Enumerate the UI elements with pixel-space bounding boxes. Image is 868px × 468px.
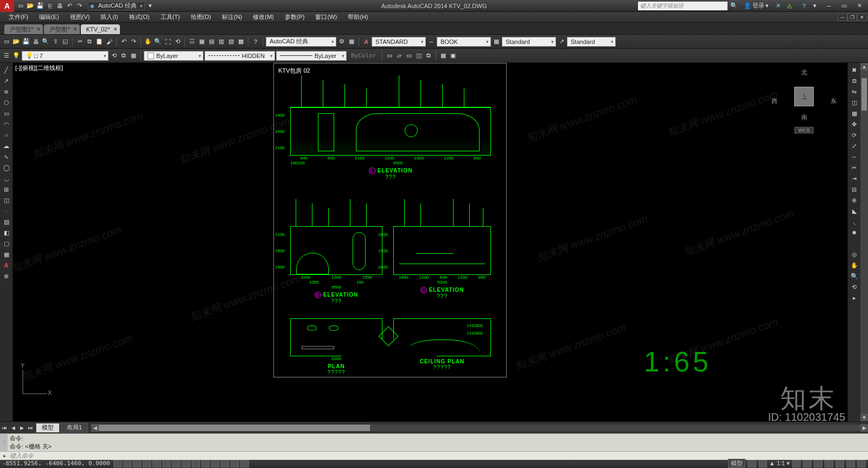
- layer-state-icon[interactable]: ⧉: [119, 52, 128, 60]
- tab-prev-icon[interactable]: ◀: [9, 424, 17, 432]
- viewcube-face[interactable]: 上: [794, 87, 814, 106]
- close-icon[interactable]: ✕: [36, 27, 41, 32]
- navbar-showmotion-icon[interactable]: ▸: [850, 293, 859, 303]
- block-icon[interactable]: ◫: [2, 195, 11, 205]
- save-icon[interactable]: 💾: [36, 2, 44, 10]
- gradient-icon[interactable]: ◧: [2, 228, 11, 238]
- publish-icon[interactable]: ⇪: [51, 37, 60, 46]
- osnap-toggle[interactable]: [152, 460, 161, 467]
- insert-icon[interactable]: ⊞: [2, 184, 11, 194]
- hatch-icon[interactable]: ▨: [2, 217, 11, 227]
- preview-icon[interactable]: 🔍: [41, 37, 50, 46]
- dcenter-icon[interactable]: ▦: [197, 37, 206, 46]
- new-icon[interactable]: ▭: [2, 37, 11, 46]
- zoom-win-icon[interactable]: ⛶: [163, 37, 172, 46]
- wcs-label[interactable]: WCS: [795, 127, 814, 133]
- app-menu-button[interactable]: A: [0, 0, 14, 12]
- stretch-icon[interactable]: ↔: [850, 152, 859, 162]
- doc-minimize-button[interactable]: ─: [838, 14, 847, 21]
- scroll-left-icon[interactable]: ◀: [91, 424, 99, 432]
- close-button[interactable]: ✕: [852, 1, 867, 11]
- view-cube[interactable]: 北 西 东 南 上 WCS: [771, 68, 837, 133]
- exchange-icon[interactable]: ✕: [774, 2, 783, 10]
- doc-restore-button[interactable]: ❐: [847, 14, 857, 21]
- tab-last-icon[interactable]: ⏭: [26, 424, 35, 432]
- snap-toggle[interactable]: [113, 460, 122, 467]
- rotate-icon[interactable]: ⟳: [850, 130, 859, 140]
- text-style-combo[interactable]: STANDARD: [372, 37, 426, 47]
- arc-icon[interactable]: ◠: [2, 119, 11, 129]
- tab-next-icon[interactable]: ▶: [17, 424, 26, 432]
- revcloud-icon[interactable]: ☁: [2, 141, 11, 151]
- scroll-down-icon[interactable]: ▼: [860, 414, 868, 421]
- break-icon[interactable]: ⊟: [850, 184, 859, 194]
- ws-lock-icon[interactable]: ▦: [347, 37, 356, 46]
- zoom-rt-icon[interactable]: 🔍: [154, 37, 162, 46]
- grid-toggle[interactable]: [123, 460, 132, 467]
- 3dosnap-toggle[interactable]: [162, 460, 171, 467]
- command-resize-handle[interactable]: ⋮: [0, 434, 8, 451]
- menu-view[interactable]: 视图(V): [65, 13, 95, 21]
- layer-off-icon[interactable]: 💡: [12, 52, 21, 60]
- quickview-layouts-icon[interactable]: [748, 460, 756, 467]
- menu-file[interactable]: 文件(F): [3, 13, 34, 21]
- model-viewport[interactable]: [-][俯视][二维线框] 知末网 www.znzmo.com 知末网 www.…: [13, 63, 847, 421]
- open-icon[interactable]: 📂: [26, 2, 35, 10]
- qat-more-icon[interactable]: ▾: [146, 2, 155, 10]
- scroll-right-icon[interactable]: ▶: [860, 424, 868, 432]
- redo-icon[interactable]: ↷: [129, 37, 138, 46]
- lwt-toggle[interactable]: [201, 460, 210, 467]
- workspace-switch-icon[interactable]: [814, 460, 822, 467]
- table-icon[interactable]: ▦: [2, 249, 11, 259]
- polar-toggle[interactable]: [143, 460, 151, 467]
- chamfer-icon[interactable]: ◣: [850, 206, 859, 216]
- fillet-icon[interactable]: ◟: [850, 217, 859, 227]
- help-icon[interactable]: ?: [800, 2, 808, 10]
- spline-icon[interactable]: ∿: [2, 152, 11, 162]
- scroll-up-icon[interactable]: ▲: [860, 63, 868, 70]
- ellipsearc-icon[interactable]: ◡: [2, 174, 11, 183]
- mleaderstyle-icon[interactable]: ↗: [557, 37, 566, 46]
- ssm-icon[interactable]: ▥: [217, 37, 226, 46]
- navbar-orbit-icon[interactable]: ⟲: [850, 282, 859, 292]
- tablestyle-icon[interactable]: ▦: [492, 37, 501, 46]
- pline-icon[interactable]: ≋: [2, 87, 11, 97]
- help-dropdown-icon[interactable]: ▾: [810, 2, 819, 10]
- tpy-toggle[interactable]: [211, 460, 220, 467]
- vp-poly-icon[interactable]: ▱: [395, 52, 404, 60]
- am-toggle[interactable]: [240, 460, 249, 467]
- close-icon[interactable]: ✕: [113, 27, 118, 32]
- new-icon[interactable]: ▭: [16, 2, 25, 10]
- circle-icon[interactable]: ○: [2, 130, 11, 140]
- plot-icon[interactable]: 🖶: [31, 37, 40, 46]
- menu-dim[interactable]: 标注(N): [216, 13, 247, 21]
- ws-settings-icon[interactable]: ⚙: [337, 37, 346, 46]
- scale-icon[interactable]: ⤢: [850, 141, 859, 151]
- extend-icon[interactable]: ⇥: [850, 174, 859, 183]
- color-combo[interactable]: ByLayer: [144, 51, 203, 61]
- viewcube-west[interactable]: 西: [771, 97, 777, 105]
- menu-param[interactable]: 参数(P): [279, 13, 310, 21]
- line-icon[interactable]: ╱: [2, 65, 11, 75]
- pan-icon[interactable]: ✋: [144, 37, 152, 46]
- hardware-accel-icon[interactable]: [835, 460, 844, 467]
- save-icon[interactable]: 💾: [22, 37, 30, 46]
- markup-icon[interactable]: ▧: [227, 37, 235, 46]
- scroll-thumb[interactable]: [861, 78, 867, 111]
- close-icon[interactable]: ✕: [73, 27, 78, 32]
- vp-new-icon[interactable]: ▭: [405, 52, 413, 60]
- file-tab[interactable]: 户型图1*✕: [4, 24, 43, 34]
- annotation-scale[interactable]: ▲ 1:1 ▾: [769, 460, 790, 467]
- maximize-button[interactable]: ▭: [837, 1, 852, 11]
- ortho-toggle[interactable]: [133, 460, 142, 467]
- menu-format[interactable]: 格式(O): [124, 13, 155, 21]
- autoscale-icon[interactable]: [803, 460, 812, 467]
- doc-close-button[interactable]: ✕: [857, 14, 867, 21]
- vp-restore-icon[interactable]: ▣: [449, 52, 457, 60]
- layout1-tab[interactable]: 布局1: [61, 423, 88, 433]
- search-go-icon[interactable]: 🔍: [730, 2, 738, 10]
- toolpalette-icon[interactable]: ▤: [207, 37, 216, 46]
- move-icon[interactable]: ✥: [850, 119, 859, 129]
- viewcube-east[interactable]: 东: [831, 97, 837, 105]
- infocenter-search[interactable]: 键入关键字或短语: [638, 2, 727, 10]
